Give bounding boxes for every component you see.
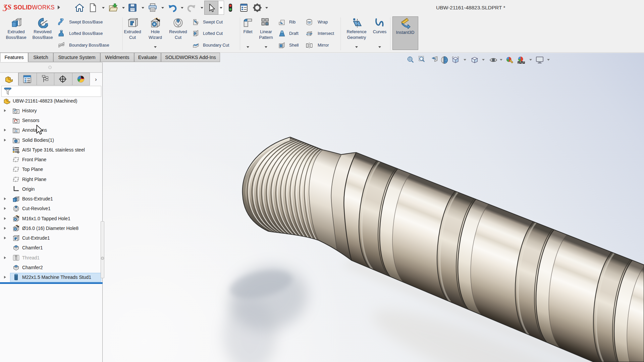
svg-text:CD: CD [308,21,311,24]
svg-text:A: A [15,129,17,133]
